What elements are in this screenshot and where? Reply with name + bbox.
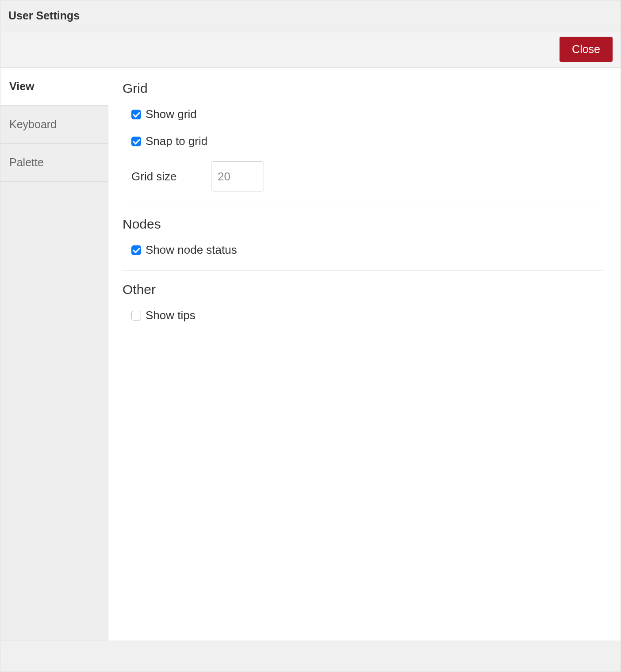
dialog-footer <box>0 641 621 672</box>
settings-sidebar: View Keyboard Palette <box>0 68 108 641</box>
section-title-nodes: Nodes <box>123 217 603 232</box>
section-title-grid: Grid <box>123 81 603 96</box>
row-show-grid: Show grid <box>123 107 603 121</box>
settings-content: Grid Show grid Snap to grid Grid size No… <box>108 68 621 641</box>
show-node-status-checkbox[interactable] <box>131 245 141 255</box>
section-grid: Grid Show grid Snap to grid Grid size <box>123 81 603 205</box>
sidebar-item-label: Palette <box>9 156 44 168</box>
sidebar-item-label: Keyboard <box>9 118 57 130</box>
show-grid-label[interactable]: Show grid <box>146 107 197 121</box>
dialog-body: View Keyboard Palette Grid Show grid Sna… <box>0 68 621 641</box>
close-button[interactable]: Close <box>560 37 613 62</box>
row-show-tips: Show tips <box>123 309 603 322</box>
snap-to-grid-checkbox[interactable] <box>131 137 141 146</box>
dialog-header: User Settings <box>0 0 621 31</box>
row-show-node-status: Show node status <box>123 243 603 257</box>
section-nodes: Nodes Show node status <box>123 217 603 271</box>
show-grid-checkbox[interactable] <box>131 110 141 119</box>
snap-to-grid-label[interactable]: Snap to grid <box>146 134 207 148</box>
sidebar-item-view[interactable]: View <box>0 68 108 106</box>
section-other: Other Show tips <box>123 282 603 336</box>
show-node-status-label[interactable]: Show node status <box>146 243 237 257</box>
show-tips-checkbox[interactable] <box>131 311 141 321</box>
dialog-toolbar: Close <box>0 31 621 68</box>
show-tips-label[interactable]: Show tips <box>146 309 196 322</box>
grid-size-input[interactable] <box>211 161 264 191</box>
user-settings-dialog: User Settings Close View Keyboard Palett… <box>0 0 621 672</box>
sidebar-item-palette[interactable]: Palette <box>0 144 108 182</box>
grid-size-label: Grid size <box>131 170 211 183</box>
row-grid-size: Grid size <box>123 161 603 191</box>
sidebar-item-keyboard[interactable]: Keyboard <box>0 106 108 144</box>
sidebar-item-label: View <box>9 80 34 92</box>
row-snap-to-grid: Snap to grid <box>123 134 603 148</box>
section-title-other: Other <box>123 282 603 297</box>
dialog-title: User Settings <box>8 9 613 22</box>
